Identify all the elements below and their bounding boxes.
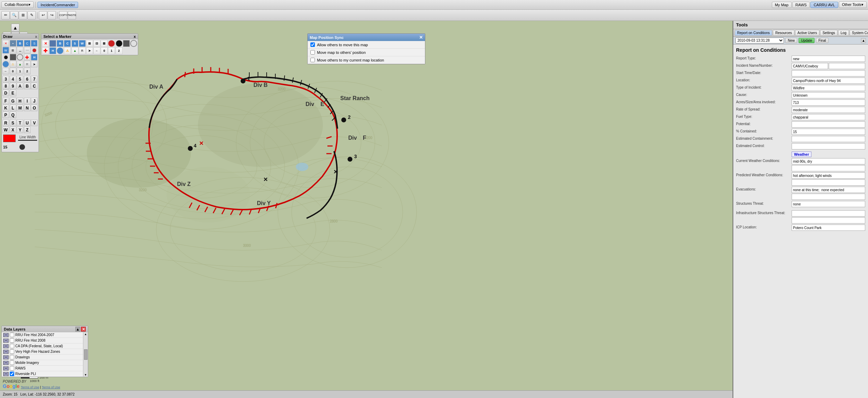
tab-settings[interactable]: Settings xyxy=(820,30,837,36)
draw-num-6[interactable]: 6 xyxy=(24,76,31,82)
pan-up-btn[interactable]: ▲ xyxy=(11,24,19,32)
collapse-btn[interactable]: ▲ xyxy=(861,38,866,43)
marker-c-blue[interactable]: C xyxy=(64,40,71,47)
input-evacuations[interactable] xyxy=(792,187,865,193)
draw-tool-1[interactable]: 1 xyxy=(17,68,23,74)
update-report-btn[interactable]: Update xyxy=(799,38,815,43)
draw-let-x[interactable]: X xyxy=(10,127,16,133)
draw-let-a[interactable]: A xyxy=(17,83,23,89)
draw-let-q[interactable]: Q xyxy=(10,112,16,118)
input-predicted-weather-2[interactable] xyxy=(792,179,865,186)
layer-check-7[interactable] xyxy=(10,372,14,376)
redo-btn[interactable]: ↪ xyxy=(48,11,56,19)
input-infra-threat[interactable] xyxy=(792,210,865,217)
sync-popup-close-btn[interactable]: ✕ xyxy=(419,35,423,40)
marker-black-fill[interactable] xyxy=(116,40,123,47)
paste-btn[interactable]: PASTE xyxy=(68,11,76,19)
data-layers-scrollbar[interactable]: ▲ ▼ xyxy=(83,332,88,377)
input-potential[interactable] xyxy=(792,121,865,128)
marker-fill-blue[interactable] xyxy=(49,40,56,47)
tab-active-users[interactable]: Active Users xyxy=(795,30,819,36)
draw-panel-close-btn[interactable]: x xyxy=(35,34,37,39)
draw-let-c[interactable]: C xyxy=(31,83,37,89)
draw-let-t[interactable]: T xyxy=(17,120,23,126)
draw-tool-0[interactable]: 0 xyxy=(10,68,16,74)
marker-circle-empty[interactable] xyxy=(130,40,137,47)
data-layers-close-btn[interactable]: ✕ xyxy=(81,327,86,332)
draw-let-f[interactable]: F xyxy=(2,98,9,104)
draw-tool-w[interactable]: W xyxy=(2,47,9,54)
input-location[interactable] xyxy=(792,78,865,84)
draw-tool-btn[interactable]: ✏ xyxy=(1,11,10,19)
input-predicted-weather[interactable] xyxy=(792,172,865,179)
draw-let-j[interactable]: J xyxy=(31,98,37,104)
draw-let-e[interactable]: E xyxy=(10,90,16,96)
draw-tool-s[interactable]: S xyxy=(31,40,37,47)
draw-let-s[interactable]: S xyxy=(10,120,16,126)
marker-s-blue[interactable]: S xyxy=(72,40,78,47)
input-pct-contained[interactable] xyxy=(792,129,865,135)
tab-log[interactable]: Log xyxy=(838,30,849,36)
marker-blue-circ[interactable] xyxy=(57,47,64,54)
marker-plus-red[interactable]: ✚ xyxy=(42,47,49,54)
raws-btn[interactable]: RAWS xyxy=(792,2,810,8)
date-time-select[interactable]: 2010-09-03 13:31:28 xyxy=(735,38,784,43)
input-evacuations-2[interactable] xyxy=(792,194,865,200)
draw-tool-circle[interactable] xyxy=(17,54,23,60)
zoom-tool-btn[interactable]: 🔍 xyxy=(10,11,18,19)
sync-checkbox-2[interactable] xyxy=(310,58,315,62)
input-infra-threat-2[interactable] xyxy=(792,217,865,224)
draw-tool-2[interactable]: 2 xyxy=(24,68,31,74)
layer-check-0[interactable] xyxy=(10,333,14,337)
draw-let-i[interactable]: I xyxy=(24,98,31,104)
draw-let-h[interactable]: H xyxy=(17,98,23,104)
undo-btn[interactable]: ↩ xyxy=(39,11,47,19)
marker-lines2[interactable]: ⊟ xyxy=(93,40,100,47)
draw-tool-tri[interactable]: ▲ xyxy=(17,61,23,67)
draw-tool-bluecirc[interactable] xyxy=(2,61,9,67)
collab-rooms-menu[interactable]: Collab Rooms▾ xyxy=(1,1,34,8)
tab-report-on-conditions[interactable]: Report on Conditions xyxy=(735,30,772,36)
map-area[interactable]: 3200 3200 3200 3200 3000 2800 xyxy=(0,21,733,398)
sync-checkbox-1[interactable] xyxy=(310,50,315,55)
input-incident-name[interactable] xyxy=(792,63,828,69)
draw-tool-black-dot[interactable] xyxy=(4,55,8,59)
input-start-time[interactable] xyxy=(792,70,865,76)
marker-r-gray[interactable]: R xyxy=(79,47,86,54)
draw-let-d[interactable]: D xyxy=(2,90,9,96)
marker-dark-sq[interactable] xyxy=(123,40,130,47)
draw-let-u[interactable]: U xyxy=(24,120,31,126)
marker-1[interactable]: 1 xyxy=(108,47,115,54)
carru-avl-btn[interactable]: CARRU AVL xyxy=(810,2,838,8)
privacy-link[interactable]: Terms of Use xyxy=(42,385,60,389)
draw-num-8[interactable]: 8 xyxy=(2,83,9,89)
input-rate-spread[interactable] xyxy=(792,107,865,113)
draw-let-o[interactable]: O xyxy=(31,105,37,111)
edit-tool-btn[interactable]: ✎ xyxy=(27,11,36,19)
draw-tool-h[interactable]: H xyxy=(31,54,37,60)
input-structures-threat[interactable] xyxy=(792,201,865,207)
input-type-incident[interactable] xyxy=(792,85,865,91)
draw-let-n[interactable]: N xyxy=(24,105,31,111)
draw-tool-fill[interactable]: ▪ xyxy=(10,40,16,47)
draw-tool-dashes[interactable]: ⚊ xyxy=(17,47,23,54)
draw-tool-dots[interactable]: ⋯ xyxy=(24,47,31,54)
dot-color-btn[interactable] xyxy=(19,144,25,150)
draw-num-5[interactable]: 5 xyxy=(17,76,23,82)
draw-tool-lines[interactable]: ⊞ xyxy=(10,47,16,54)
incident-commander-tab[interactable]: IncidentCommander xyxy=(37,2,78,8)
layer-check-5[interactable] xyxy=(10,360,14,365)
layer-check-2[interactable] xyxy=(10,344,14,348)
input-est-control[interactable] xyxy=(792,143,865,149)
marker-red-fill[interactable] xyxy=(108,40,115,47)
input-est-containment[interactable] xyxy=(792,136,865,142)
terms-of-use-link[interactable]: Terms of Use xyxy=(21,385,39,389)
data-layers-scroll-up[interactable]: ▲ xyxy=(75,327,80,332)
draw-tool-plus[interactable]: ✚ xyxy=(24,54,31,60)
layer-check-4[interactable] xyxy=(10,355,14,359)
draw-tool-r[interactable]: R xyxy=(24,61,31,67)
draw-let-w[interactable]: W xyxy=(2,127,9,133)
draw-tool-red-dot[interactable] xyxy=(32,48,36,52)
color-picker[interactable] xyxy=(3,135,16,142)
draw-tool-x[interactable]: ✕ xyxy=(2,40,9,47)
